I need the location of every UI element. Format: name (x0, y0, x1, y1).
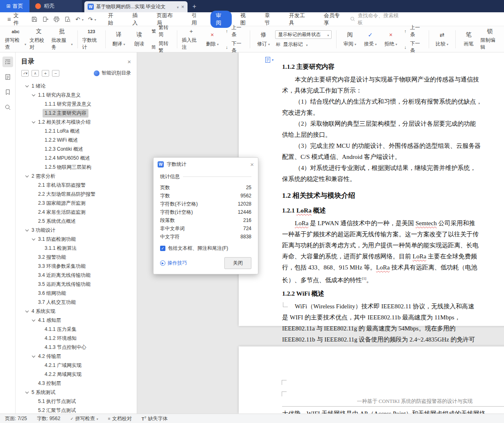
menu-membership[interactable]: 会员专享 (319, 11, 350, 28)
delete-comment-button[interactable]: × 删除 (202, 30, 222, 49)
toc-item[interactable]: 3.5 远距离无线传输功能 (16, 280, 137, 289)
print-preview-button[interactable] (64, 16, 71, 23)
insert-comment-button[interactable]: ＋ 插入批注 (180, 26, 202, 52)
bookmark-panel-button[interactable] (2, 87, 13, 97)
save-button[interactable] (31, 16, 38, 23)
caret-down-icon[interactable] (31, 237, 36, 242)
caret-down-icon[interactable] (38, 102, 43, 106)
caret-down-icon[interactable] (31, 120, 36, 124)
caret-down-icon[interactable] (31, 192, 36, 197)
track-changes-button[interactable]: 修 修订 (253, 30, 273, 49)
toc-item[interactable]: 2.4 家居生活防盗监测 (16, 208, 137, 217)
menu-insert[interactable]: 插入 (127, 11, 148, 28)
checkbox-checked-icon[interactable] (160, 246, 165, 251)
toc-item[interactable]: 2.2 大型场馆展品防护报警 (16, 190, 137, 199)
caret-down-icon[interactable] (25, 84, 29, 88)
caret-down-icon[interactable] (38, 327, 43, 332)
review-pane-button[interactable]: 阅 审阅 (339, 30, 360, 49)
doc-proof-button[interactable]: 文 文档校对 (28, 26, 50, 52)
toc-tool-collapse-icon[interactable] (32, 70, 39, 77)
toc-tool-expand-all-icon[interactable] (42, 70, 49, 77)
prev-change-button[interactable]: ↑ 上一条 (402, 24, 424, 38)
accept-button[interactable]: ✓ 接受 (360, 30, 380, 49)
tab-menu-chevron-icon[interactable] (177, 4, 179, 10)
caret-down-icon[interactable] (38, 111, 43, 115)
toc-item[interactable]: 3.7 人机交互功能 (16, 298, 137, 307)
toc-item[interactable]: 4.1.3 节点控制中心 (16, 343, 137, 352)
toc-item[interactable]: 4.1 感知层 (16, 316, 137, 325)
toc-item[interactable]: 1.2.3 Contiki 概述 (16, 145, 137, 154)
caret-down-icon[interactable] (38, 156, 43, 161)
caret-down-icon[interactable] (38, 147, 43, 152)
caret-down-icon[interactable] (31, 399, 36, 404)
toc-item[interactable]: 4.3 控制层 (16, 379, 137, 388)
caret-down-icon[interactable] (31, 264, 36, 269)
toc-item[interactable]: 1.2 相关技术与模块介绍 (16, 118, 137, 127)
caret-down-icon[interactable] (25, 228, 29, 233)
smart-toc-button[interactable]: 智能识别目录 (94, 70, 131, 77)
toc-item[interactable]: 3.3 环境参数采集功能 (16, 262, 137, 271)
toc-item[interactable]: 2.1 非机动车防盗报警 (16, 181, 137, 190)
simp-to-trad-button[interactable]: 简 简转繁 (151, 40, 172, 54)
toc-item[interactable]: 1.2.1 LoRa 概述 (16, 127, 137, 136)
caret-down-icon[interactable] (38, 372, 43, 377)
toc-item[interactable]: 1.1.1 研究背景及意义 (16, 100, 137, 109)
toc-item[interactable]: 5.1 执行节点测试 (16, 397, 137, 406)
toc-item[interactable]: 1.2.4 MPU6050 概述 (16, 154, 137, 163)
toc-item[interactable]: 4.1.1 压力采集 (16, 325, 137, 334)
caret-down-icon[interactable] (31, 291, 36, 296)
home-tab[interactable]: ⊞ 首页 (0, 0, 29, 12)
caret-down-icon[interactable] (38, 363, 43, 368)
caret-down-icon[interactable] (31, 318, 36, 323)
dialog-titlebar[interactable]: W 字数统计 (154, 158, 258, 171)
spellcheck-button[interactable]: abc 拼写检查 (3, 26, 28, 52)
toc-item[interactable]: 4.2 传输层 (16, 352, 137, 361)
close-button[interactable]: 关闭 (224, 257, 251, 269)
caret-down-icon[interactable] (31, 282, 36, 287)
toc-tool-select-icon[interactable] (21, 70, 29, 77)
caret-down-icon[interactable] (31, 273, 36, 278)
caret-down-icon[interactable] (31, 300, 36, 305)
docer-tab[interactable]: 稻壳 (29, 0, 82, 12)
restrict-edit-button[interactable]: 锁 限制编辑 (479, 26, 501, 52)
checklist-panel-button[interactable] (2, 72, 13, 82)
compare-button[interactable]: ⇄ 比较 (432, 30, 452, 49)
toc-item[interactable]: 3.1 防盗检测功能 (16, 235, 137, 244)
toc-item[interactable]: 4.1.2 环境感知 (16, 334, 137, 343)
toc-item[interactable]: 3.4 近距离无线传输功能 (16, 271, 137, 280)
search-panel-button[interactable] (2, 102, 13, 113)
caret-down-icon[interactable] (31, 354, 36, 359)
markup-state-combo[interactable]: 显示标记的最终状态 (275, 30, 332, 39)
menu-dev-tools[interactable]: 开发工具 (284, 11, 315, 28)
trad-to-simp-button[interactable]: 繁 繁转简 (151, 24, 172, 38)
caret-down-icon[interactable] (38, 129, 43, 133)
next-change-button[interactable]: ↓ 下一条 (402, 40, 424, 54)
show-markup-button[interactable]: 标 显示标记 (275, 41, 332, 48)
caret-down-icon[interactable] (31, 255, 36, 260)
new-tab-button[interactable]: + (192, 3, 196, 10)
next-comment-button[interactable]: ↓ 下一条 (224, 40, 245, 54)
caret-down-icon[interactable] (38, 246, 43, 251)
include-footnotes-checkbox[interactable]: 包括文本框、脚注和尾注(F) (160, 245, 251, 252)
pen-button[interactable]: 笔 画笔 (459, 30, 479, 49)
tips-link[interactable]: 操作技巧 (160, 260, 187, 267)
caret-down-icon[interactable] (31, 183, 36, 188)
tab-close-icon[interactable] (181, 4, 184, 10)
menu-section[interactable]: 章节 (259, 11, 280, 28)
undo-button[interactable]: ↶ (75, 16, 84, 22)
command-search[interactable]: 查找命令、搜索模板 (350, 12, 403, 26)
reject-button[interactable]: × 拒绝 (380, 30, 401, 49)
prev-comment-button[interactable]: ↑ 上一条 (224, 24, 245, 38)
toc-item[interactable]: 2.3 国家能源产所监测 (16, 199, 137, 208)
toc-tree[interactable]: 1 绪论 1.1 研究内容及意义 1.1.1 研究背景及意义 1.1.2 主要研… (16, 81, 137, 414)
toc-item[interactable]: 2 需求分析 (16, 172, 137, 181)
redo-button[interactable]: ↷ (88, 16, 96, 22)
caret-down-icon[interactable] (31, 201, 36, 206)
caret-down-icon[interactable] (31, 408, 36, 413)
print-button[interactable] (53, 16, 60, 23)
comment-indicator[interactable]: ▾ (265, 57, 273, 63)
translate-button[interactable]: 译 翻译 (108, 30, 129, 49)
toc-item[interactable]: 4 系统实现 (16, 307, 137, 316)
toc-item[interactable]: 3 功能设计 (16, 226, 137, 235)
doc-proof-status[interactable]: ≡ 文档校对 (108, 415, 132, 422)
